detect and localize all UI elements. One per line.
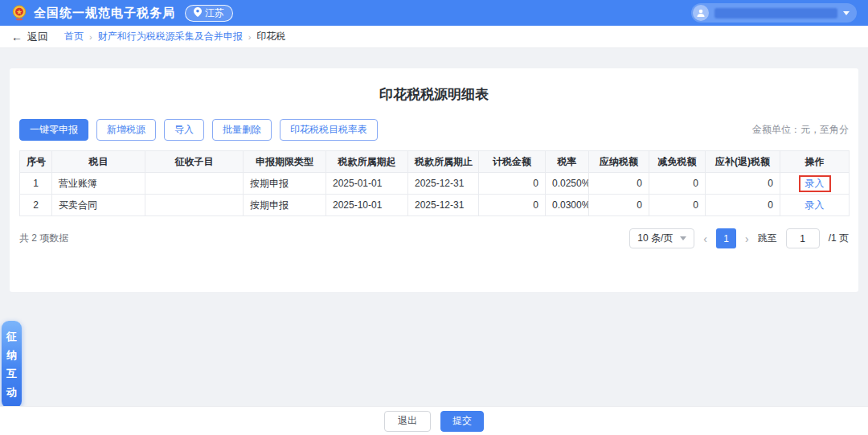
table-header-row: 序号 税目 征收子目 申报期限类型 税款所属期起 税款所属期止 计税金额 税率 … xyxy=(20,151,850,173)
col-sub-item: 征收子目 xyxy=(145,151,244,173)
cell-seq: 1 xyxy=(20,173,52,195)
col-seq: 序号 xyxy=(20,151,52,173)
action-highlight-box: 录入 xyxy=(799,175,831,192)
jump-to-label: 跳至 xyxy=(758,232,777,245)
table-row-2: 2 买卖合同 按期申报 2025-10-01 2025-12-31 0 0.03… xyxy=(20,195,850,216)
one-click-zero-declare-button[interactable]: 一键零申报 xyxy=(19,119,88,141)
app-header: 全国统一规范电子税务局 江苏 xyxy=(0,0,868,26)
prev-page-icon[interactable]: ‹ xyxy=(703,233,707,244)
app-title: 全国统一规范电子税务局 xyxy=(34,6,175,21)
col-period-type: 申报期限类型 xyxy=(244,151,326,173)
cell-taxable-amount: 0 xyxy=(479,173,546,195)
col-reduction: 减免税额 xyxy=(649,151,706,173)
back-label: 返回 xyxy=(27,30,48,44)
enter-link-row-2[interactable]: 录入 xyxy=(805,199,825,211)
cell-reduction: 0 xyxy=(649,195,706,216)
region-badge: 江苏 xyxy=(185,5,233,22)
chevron-down-icon xyxy=(843,11,850,15)
cell-reduction: 0 xyxy=(649,173,706,195)
side-tab-char: 动 xyxy=(6,385,17,400)
side-tab-char: 纳 xyxy=(6,348,17,363)
cell-tax-item: 买卖合同 xyxy=(52,195,145,216)
cell-action: 录入 xyxy=(780,173,850,195)
cell-period-end: 2025-12-31 xyxy=(408,195,479,216)
side-tab-char: 征 xyxy=(6,330,17,344)
bottom-action-bar: 退出 提交 xyxy=(0,406,868,435)
cell-period-start: 2025-10-01 xyxy=(326,195,408,216)
batch-delete-button[interactable]: 批量删除 xyxy=(212,119,272,141)
cell-period-end: 2025-12-31 xyxy=(408,173,479,195)
total-pages-label: /1 页 xyxy=(829,232,849,245)
import-button[interactable]: 导入 xyxy=(164,119,204,141)
col-tax-payable: 应纳税额 xyxy=(589,151,649,173)
breadcrumb-category[interactable]: 财产和行为税税源采集及合并申报 xyxy=(98,30,243,43)
region-badge-label: 江苏 xyxy=(205,6,224,20)
col-period-end: 税款所属期止 xyxy=(408,151,479,173)
breadcrumb-current: 印花税 xyxy=(256,30,285,43)
avatar-icon xyxy=(693,5,709,21)
cell-taxable-amount: 0 xyxy=(479,195,546,216)
tax-source-table: 序号 税目 征收子目 申报期限类型 税款所属期起 税款所属期止 计税金额 税率 … xyxy=(19,150,850,216)
toolbar: 一键零申报 新增税源 导入 批量删除 印花税税目税率表 金额单位：元，至角分 xyxy=(19,119,849,141)
col-tax-item: 税目 xyxy=(52,151,145,173)
back-button[interactable]: ← 返回 xyxy=(11,30,48,44)
chevron-down-icon xyxy=(680,236,686,240)
cell-tax-item: 营业账簿 xyxy=(52,173,145,195)
col-action: 操作 xyxy=(780,151,850,173)
rate-table-button[interactable]: 印花税税目税率表 xyxy=(280,119,378,141)
cell-period-type: 按期申报 xyxy=(244,195,326,216)
location-pin-icon xyxy=(194,7,202,19)
add-tax-source-button[interactable]: 新增税源 xyxy=(96,119,156,141)
username-redacted xyxy=(714,8,837,18)
page-title: 印花税税源明细表 xyxy=(19,68,849,104)
table-footer: 共 2 项数据 10 条/页 ‹ 1 › 跳至 /1 页 xyxy=(19,228,849,248)
breadcrumb-bar: ← 返回 首页 › 财产和行为税税源采集及合并申报 › 印花税 xyxy=(0,26,868,48)
cell-period-start: 2025-01-01 xyxy=(326,173,408,195)
pagination: 10 条/页 ‹ 1 › 跳至 /1 页 xyxy=(629,228,849,248)
cell-tax-rate: 0.0250% xyxy=(546,173,589,195)
cell-sub-item xyxy=(145,173,244,195)
cell-tax-payable: 0 xyxy=(589,173,649,195)
data-count-summary: 共 2 项数据 xyxy=(19,232,68,245)
breadcrumb: 首页 › 财产和行为税税源采集及合并申报 › 印花税 xyxy=(64,30,285,43)
cell-due-refund: 0 xyxy=(706,195,780,216)
header-brand: 全国统一规范电子税务局 江苏 xyxy=(11,5,233,22)
user-account-pill[interactable] xyxy=(691,3,857,23)
enter-link-row-1[interactable]: 录入 xyxy=(805,178,825,189)
cell-tax-rate: 0.0300% xyxy=(546,195,589,216)
col-taxable-amount: 计税金额 xyxy=(479,151,546,173)
cell-action: 录入 xyxy=(780,195,850,216)
page-size-select[interactable]: 10 条/页 xyxy=(629,228,694,248)
table-row-1: 1 营业账簿 按期申报 2025-01-01 2025-12-31 0 0.02… xyxy=(20,173,850,195)
breadcrumb-home[interactable]: 首页 xyxy=(64,30,84,43)
page-size-value: 10 条/页 xyxy=(637,232,673,245)
col-period-start: 税款所属期起 xyxy=(326,151,408,173)
col-due-refund: 应补(退)税额 xyxy=(706,151,780,173)
submit-button[interactable]: 提交 xyxy=(440,411,484,432)
tax-interaction-side-tab[interactable]: 征 纳 互 动 xyxy=(2,321,22,408)
cell-sub-item xyxy=(145,195,244,216)
jump-page-input[interactable] xyxy=(786,228,820,248)
exit-button[interactable]: 退出 xyxy=(384,411,431,432)
breadcrumb-separator-icon: › xyxy=(89,32,92,42)
tax-bureau-emblem-icon xyxy=(11,5,27,21)
cell-due-refund: 0 xyxy=(706,173,780,195)
cell-seq: 2 xyxy=(20,195,52,216)
current-page-button[interactable]: 1 xyxy=(716,228,736,248)
cell-period-type: 按期申报 xyxy=(244,173,326,195)
back-arrow-icon: ← xyxy=(11,31,23,43)
next-page-icon[interactable]: › xyxy=(745,233,749,244)
cell-tax-payable: 0 xyxy=(589,195,649,216)
breadcrumb-separator-icon: › xyxy=(248,32,252,42)
side-tab-char: 互 xyxy=(6,367,17,381)
col-tax-rate: 税率 xyxy=(546,151,589,173)
stamp-duty-card: 印花税税源明细表 一键零申报 新增税源 导入 批量删除 印花税税目税率表 金额单… xyxy=(10,68,858,292)
amount-unit-note: 金额单位：元，至角分 xyxy=(752,123,849,137)
